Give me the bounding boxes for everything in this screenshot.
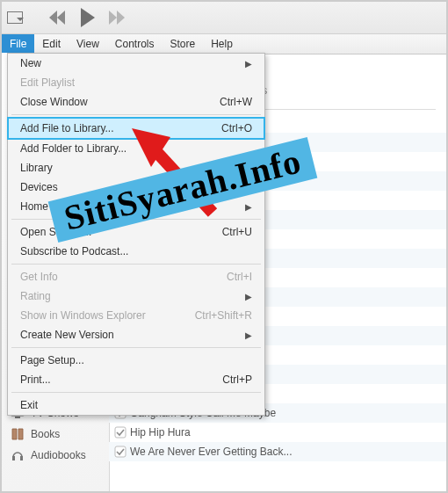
submenu-arrow-icon: ▶ [245, 183, 252, 192]
previous-icon[interactable] [47, 11, 67, 25]
file-menu-dropdown: New▶Edit PlaylistClose WindowCtrl+WAdd F… [7, 53, 265, 416]
svg-rect-3 [20, 456, 23, 460]
submenu-arrow-icon: ▶ [245, 330, 252, 340]
menu-item-edit-playlist: Edit Playlist [8, 73, 264, 92]
shortcut: Ctrl+I [227, 271, 252, 283]
miniplayer-button[interactable] [7, 11, 23, 24]
menu-item-home-sharing[interactable]: Home Sharing▶ [8, 197, 264, 216]
menu-item-print[interactable]: Print...Ctrl+P [8, 370, 264, 389]
menu-item-close-window[interactable]: Close WindowCtrl+W [8, 92, 264, 112]
menu-item-create-new-version[interactable]: Create New Version▶ [8, 325, 264, 344]
next-icon[interactable] [109, 11, 128, 25]
menubar: FileEditViewControlsStoreHelp [2, 34, 446, 54]
track-row[interactable]: Hip Hip Hura [109, 423, 446, 442]
menu-view[interactable]: View [69, 34, 107, 54]
menu-store[interactable]: Store [163, 34, 204, 54]
menu-help[interactable]: Help [203, 34, 241, 54]
menu-item-page-setup[interactable]: Page Setup... [8, 351, 264, 370]
headphones-icon [11, 449, 25, 461]
submenu-arrow-icon: ▶ [245, 292, 252, 301]
menu-item-add-file-to-library[interactable]: Add File to Library...Ctrl+O [7, 117, 265, 140]
playback-controls [47, 8, 128, 27]
submenu-arrow-icon: ▶ [245, 59, 252, 69]
sidebar-item-audiobooks[interactable]: Audiobooks [2, 445, 109, 466]
track-name: Hip Hip Hura [130, 426, 191, 439]
checkbox-icon[interactable] [114, 426, 126, 439]
app-window: FileEditViewControlsStoreHelp TV ShowsBo… [0, 0, 448, 493]
menu-item-rating: Rating▶ [8, 286, 264, 306]
shortcut: Ctrl+U [222, 226, 252, 238]
menu-item-show-in-windows-explorer: Show in Windows ExplorerCtrl+Shift+R [8, 306, 264, 325]
track-name: We Are Never Ever Getting Back... [130, 446, 293, 458]
menu-item-library[interactable]: Library▶ [8, 158, 264, 178]
svg-rect-20 [115, 446, 126, 457]
checkbox-icon[interactable] [114, 446, 126, 458]
menu-item-open-stream[interactable]: Open Stream...Ctrl+U [8, 222, 264, 242]
shortcut: Ctrl+W [220, 96, 252, 108]
svg-rect-1 [15, 417, 20, 418]
menu-item-add-folder-to-library[interactable]: Add Folder to Library... [8, 139, 264, 158]
submenu-arrow-icon: ▶ [245, 163, 252, 173]
menu-item-devices[interactable]: Devices▶ [8, 178, 264, 197]
menu-item-exit[interactable]: Exit [8, 395, 264, 415]
book-icon [11, 428, 25, 440]
playback-bar [2, 2, 446, 34]
track-row[interactable]: We Are Never Ever Getting Back... [109, 442, 446, 461]
menu-item-get-info: Get InfoCtrl+I [8, 267, 264, 286]
shortcut: Ctrl+Shift+R [195, 309, 252, 322]
play-icon[interactable] [79, 8, 97, 27]
svg-rect-19 [115, 427, 126, 438]
menu-controls[interactable]: Controls [107, 34, 163, 54]
menu-item-subscribe-to-podcast[interactable]: Subscribe to Podcast... [8, 242, 264, 261]
sidebar-item-books[interactable]: Books [2, 424, 109, 445]
menu-item-new[interactable]: New▶ [8, 54, 264, 73]
svg-rect-2 [12, 456, 15, 460]
shortcut: Ctrl+O [221, 122, 252, 134]
menu-file[interactable]: File [2, 34, 34, 54]
shortcut: Ctrl+P [222, 373, 252, 386]
submenu-arrow-icon: ▶ [245, 202, 252, 212]
menu-edit[interactable]: Edit [34, 34, 69, 54]
